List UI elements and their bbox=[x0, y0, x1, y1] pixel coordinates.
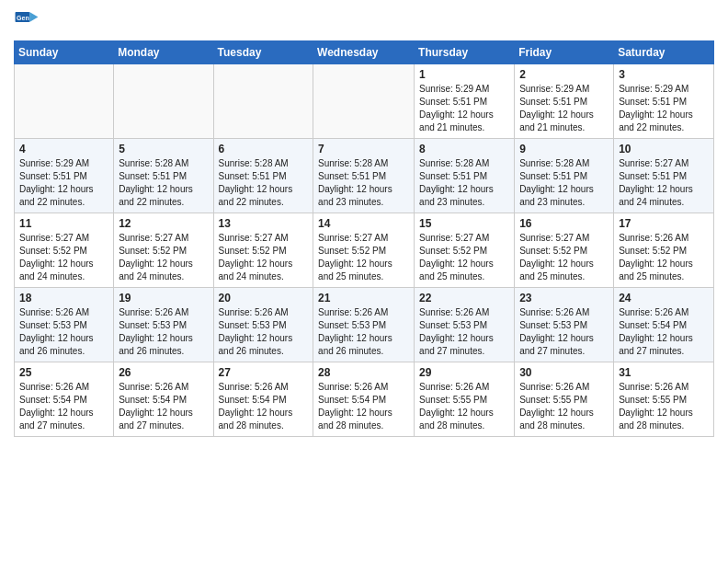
header-cell-friday: Friday bbox=[515, 41, 614, 64]
day-number: 23 bbox=[519, 292, 609, 304]
day-cell: 27Sunrise: 5:26 AM Sunset: 5:54 PM Dayli… bbox=[213, 362, 313, 437]
day-cell: 5Sunrise: 5:28 AM Sunset: 5:51 PM Daylig… bbox=[114, 139, 213, 213]
day-cell: 12Sunrise: 5:27 AM Sunset: 5:52 PM Dayli… bbox=[114, 213, 213, 288]
day-info: Sunrise: 5:26 AM Sunset: 5:53 PM Dayligh… bbox=[318, 306, 409, 358]
day-info: Sunrise: 5:29 AM Sunset: 5:51 PM Dayligh… bbox=[619, 83, 709, 134]
calendar-table: SundayMondayTuesdayWednesdayThursdayFrid… bbox=[14, 40, 714, 437]
day-info: Sunrise: 5:28 AM Sunset: 5:51 PM Dayligh… bbox=[318, 157, 409, 209]
day-cell: 20Sunrise: 5:26 AM Sunset: 5:53 PM Dayli… bbox=[213, 288, 313, 362]
logo-icon: Gen bbox=[14, 9, 40, 35]
day-cell bbox=[15, 64, 114, 139]
day-info: Sunrise: 5:28 AM Sunset: 5:51 PM Dayligh… bbox=[219, 157, 309, 209]
day-info: Sunrise: 5:26 AM Sunset: 5:54 PM Dayligh… bbox=[219, 381, 309, 432]
day-number: 17 bbox=[619, 217, 709, 230]
day-cell: 31Sunrise: 5:26 AM Sunset: 5:55 PM Dayli… bbox=[614, 362, 714, 437]
day-number: 20 bbox=[219, 292, 309, 304]
day-number: 16 bbox=[519, 217, 609, 230]
day-number: 26 bbox=[119, 366, 208, 379]
header: Gen bbox=[14, 9, 714, 35]
day-number: 7 bbox=[318, 143, 409, 155]
day-number: 8 bbox=[419, 143, 509, 155]
header-row: SundayMondayTuesdayWednesdayThursdayFrid… bbox=[15, 41, 714, 64]
day-cell: 29Sunrise: 5:26 AM Sunset: 5:55 PM Dayli… bbox=[415, 362, 515, 437]
day-cell: 1Sunrise: 5:29 AM Sunset: 5:51 PM Daylig… bbox=[415, 64, 515, 139]
page-container: Gen SundayMondayTuesdayWednesdayThursday… bbox=[0, 0, 728, 446]
svg-text:Gen: Gen bbox=[17, 15, 29, 21]
day-cell: 4Sunrise: 5:29 AM Sunset: 5:51 PM Daylig… bbox=[15, 139, 114, 213]
day-number: 11 bbox=[19, 217, 108, 230]
day-info: Sunrise: 5:27 AM Sunset: 5:51 PM Dayligh… bbox=[619, 157, 709, 209]
day-cell: 8Sunrise: 5:28 AM Sunset: 5:51 PM Daylig… bbox=[415, 139, 515, 213]
day-cell: 11Sunrise: 5:27 AM Sunset: 5:52 PM Dayli… bbox=[15, 213, 114, 288]
day-info: Sunrise: 5:26 AM Sunset: 5:55 PM Dayligh… bbox=[419, 381, 509, 432]
header-cell-monday: Monday bbox=[114, 41, 213, 64]
day-cell: 18Sunrise: 5:26 AM Sunset: 5:53 PM Dayli… bbox=[15, 288, 114, 362]
day-info: Sunrise: 5:28 AM Sunset: 5:51 PM Dayligh… bbox=[419, 157, 509, 209]
day-info: Sunrise: 5:26 AM Sunset: 5:54 PM Dayligh… bbox=[619, 306, 709, 358]
day-cell: 17Sunrise: 5:26 AM Sunset: 5:52 PM Dayli… bbox=[614, 213, 714, 288]
day-cell bbox=[213, 64, 313, 139]
day-number: 30 bbox=[519, 366, 609, 379]
day-number: 13 bbox=[219, 217, 309, 230]
week-row-1: 1Sunrise: 5:29 AM Sunset: 5:51 PM Daylig… bbox=[15, 64, 714, 139]
day-cell: 22Sunrise: 5:26 AM Sunset: 5:53 PM Dayli… bbox=[415, 288, 515, 362]
week-row-4: 18Sunrise: 5:26 AM Sunset: 5:53 PM Dayli… bbox=[15, 288, 714, 362]
day-number: 12 bbox=[119, 217, 208, 230]
day-cell: 7Sunrise: 5:28 AM Sunset: 5:51 PM Daylig… bbox=[313, 139, 415, 213]
day-info: Sunrise: 5:26 AM Sunset: 5:53 PM Dayligh… bbox=[219, 306, 309, 358]
day-number: 15 bbox=[419, 217, 509, 230]
day-number: 9 bbox=[519, 143, 609, 155]
calendar-header: SundayMondayTuesdayWednesdayThursdayFrid… bbox=[15, 41, 714, 64]
calendar-body: 1Sunrise: 5:29 AM Sunset: 5:51 PM Daylig… bbox=[15, 64, 714, 437]
day-cell: 15Sunrise: 5:27 AM Sunset: 5:52 PM Dayli… bbox=[415, 213, 515, 288]
day-cell: 24Sunrise: 5:26 AM Sunset: 5:54 PM Dayli… bbox=[614, 288, 714, 362]
day-info: Sunrise: 5:26 AM Sunset: 5:55 PM Dayligh… bbox=[519, 381, 609, 432]
day-number: 28 bbox=[318, 366, 409, 379]
day-info: Sunrise: 5:26 AM Sunset: 5:53 PM Dayligh… bbox=[519, 306, 609, 358]
week-row-2: 4Sunrise: 5:29 AM Sunset: 5:51 PM Daylig… bbox=[15, 139, 714, 213]
day-cell: 21Sunrise: 5:26 AM Sunset: 5:53 PM Dayli… bbox=[313, 288, 415, 362]
day-info: Sunrise: 5:27 AM Sunset: 5:52 PM Dayligh… bbox=[519, 232, 609, 283]
day-cell: 10Sunrise: 5:27 AM Sunset: 5:51 PM Dayli… bbox=[614, 139, 714, 213]
day-number: 1 bbox=[419, 68, 509, 81]
day-number: 10 bbox=[619, 143, 709, 155]
day-cell: 6Sunrise: 5:28 AM Sunset: 5:51 PM Daylig… bbox=[213, 139, 313, 213]
day-cell: 3Sunrise: 5:29 AM Sunset: 5:51 PM Daylig… bbox=[614, 64, 714, 139]
day-cell: 19Sunrise: 5:26 AM Sunset: 5:53 PM Dayli… bbox=[114, 288, 213, 362]
week-row-5: 25Sunrise: 5:26 AM Sunset: 5:54 PM Dayli… bbox=[15, 362, 714, 437]
day-number: 29 bbox=[419, 366, 509, 379]
header-cell-saturday: Saturday bbox=[614, 41, 714, 64]
day-info: Sunrise: 5:29 AM Sunset: 5:51 PM Dayligh… bbox=[419, 83, 509, 134]
day-number: 6 bbox=[219, 143, 309, 155]
day-number: 21 bbox=[318, 292, 409, 304]
day-cell: 23Sunrise: 5:26 AM Sunset: 5:53 PM Dayli… bbox=[515, 288, 614, 362]
header-cell-wednesday: Wednesday bbox=[313, 41, 415, 64]
day-number: 22 bbox=[419, 292, 509, 304]
day-number: 24 bbox=[619, 292, 709, 304]
day-cell: 25Sunrise: 5:26 AM Sunset: 5:54 PM Dayli… bbox=[15, 362, 114, 437]
day-info: Sunrise: 5:27 AM Sunset: 5:52 PM Dayligh… bbox=[19, 232, 108, 283]
day-info: Sunrise: 5:28 AM Sunset: 5:51 PM Dayligh… bbox=[119, 157, 208, 209]
day-info: Sunrise: 5:26 AM Sunset: 5:54 PM Dayligh… bbox=[19, 381, 108, 432]
day-cell: 16Sunrise: 5:27 AM Sunset: 5:52 PM Dayli… bbox=[515, 213, 614, 288]
day-cell: 28Sunrise: 5:26 AM Sunset: 5:54 PM Dayli… bbox=[313, 362, 415, 437]
day-number: 19 bbox=[119, 292, 208, 304]
day-number: 5 bbox=[119, 143, 208, 155]
day-number: 25 bbox=[19, 366, 108, 379]
day-info: Sunrise: 5:26 AM Sunset: 5:53 PM Dayligh… bbox=[419, 306, 509, 358]
week-row-3: 11Sunrise: 5:27 AM Sunset: 5:52 PM Dayli… bbox=[15, 213, 714, 288]
header-cell-sunday: Sunday bbox=[15, 41, 114, 64]
day-info: Sunrise: 5:29 AM Sunset: 5:51 PM Dayligh… bbox=[19, 157, 108, 209]
day-info: Sunrise: 5:27 AM Sunset: 5:52 PM Dayligh… bbox=[419, 232, 509, 283]
day-cell: 26Sunrise: 5:26 AM Sunset: 5:54 PM Dayli… bbox=[114, 362, 213, 437]
day-info: Sunrise: 5:27 AM Sunset: 5:52 PM Dayligh… bbox=[119, 232, 208, 283]
day-cell: 9Sunrise: 5:28 AM Sunset: 5:51 PM Daylig… bbox=[515, 139, 614, 213]
day-info: Sunrise: 5:28 AM Sunset: 5:51 PM Dayligh… bbox=[519, 157, 609, 209]
svg-marker-1 bbox=[29, 12, 38, 22]
day-cell bbox=[313, 64, 415, 139]
day-info: Sunrise: 5:27 AM Sunset: 5:52 PM Dayligh… bbox=[318, 232, 409, 283]
day-number: 27 bbox=[219, 366, 309, 379]
day-info: Sunrise: 5:26 AM Sunset: 5:55 PM Dayligh… bbox=[619, 381, 709, 432]
day-cell: 14Sunrise: 5:27 AM Sunset: 5:52 PM Dayli… bbox=[313, 213, 415, 288]
day-number: 2 bbox=[519, 68, 609, 81]
